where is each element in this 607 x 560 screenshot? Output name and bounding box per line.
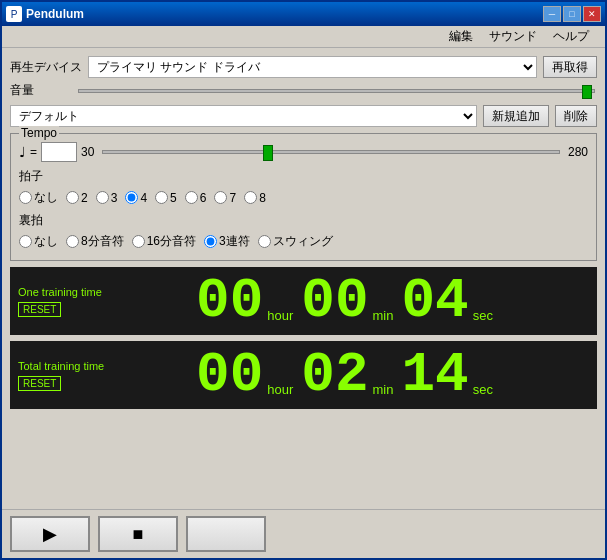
sub-option-nashi[interactable]: なし	[19, 233, 58, 250]
titlebar: P Pendulum ─ □ ✕	[2, 2, 605, 26]
beat-option-3[interactable]: 3	[96, 191, 118, 205]
training2-panel: Total training time RESET 00 hour 02 min…	[10, 341, 597, 409]
training2-seconds: 14	[401, 347, 468, 403]
training2-minutes: 02	[301, 347, 368, 403]
beat-option-6[interactable]: 6	[185, 191, 207, 205]
play-button[interactable]: ▶	[10, 516, 90, 552]
close-button[interactable]: ✕	[583, 6, 601, 22]
tempo-legend: Tempo	[19, 126, 59, 140]
sub-option-triplet[interactable]: 3連符	[204, 233, 250, 250]
sub-option-8th[interactable]: 8分音符	[66, 233, 124, 250]
extra-button[interactable]	[186, 516, 266, 552]
stop-icon: ■	[133, 524, 144, 545]
training2-hours: 00	[196, 347, 263, 403]
training2-hour-unit: hour	[267, 382, 293, 403]
training1-minutes: 00	[301, 273, 368, 329]
note-symbol: ♩	[19, 144, 26, 160]
refresh-button[interactable]: 再取得	[543, 56, 597, 78]
volume-row: 音量	[10, 82, 597, 99]
tempo-max-label: 280	[568, 145, 588, 159]
play-icon: ▶	[43, 523, 57, 545]
training1-reset-button[interactable]: RESET	[18, 302, 61, 317]
device-label: 再生デバイス	[10, 59, 82, 76]
subdivision-section: 裏拍 なし 8分音符 16分音符 3連符	[19, 212, 588, 250]
training2-time-display: 00 hour 02 min 14 sec	[108, 347, 589, 403]
app-icon: P	[6, 6, 22, 22]
maximize-button[interactable]: □	[563, 6, 581, 22]
beat-option-5[interactable]: 5	[155, 191, 177, 205]
profile-dropdown-wrapper: デフォルト	[10, 105, 477, 127]
beat-option-nashi[interactable]: なし	[19, 189, 58, 206]
training2-reset-button[interactable]: RESET	[18, 376, 61, 391]
beat-option-7[interactable]: 7	[214, 191, 236, 205]
menubar: 編集 サウンド ヘルプ	[2, 26, 605, 48]
profile-dropdown[interactable]: デフォルト	[10, 105, 477, 127]
volume-slider-thumb[interactable]	[582, 85, 592, 99]
profile-row: デフォルト 新規追加 削除	[10, 105, 597, 127]
device-dropdown[interactable]: プライマリ サウンド ドライバ	[88, 56, 537, 78]
menu-edit[interactable]: 編集	[441, 26, 481, 47]
minimize-button[interactable]: ─	[543, 6, 561, 22]
tempo-input[interactable]: 60	[41, 142, 77, 162]
device-dropdown-wrapper: プライマリ サウンド ドライバ	[88, 56, 537, 78]
sub-option-16th[interactable]: 16分音符	[132, 233, 196, 250]
subdivision-radio-row: なし 8分音符 16分音符 3連符 スウィング	[19, 233, 588, 250]
stop-button[interactable]: ■	[98, 516, 178, 552]
device-row: 再生デバイス プライマリ サウンド ドライバ 再取得	[10, 56, 597, 78]
main-content: 再生デバイス プライマリ サウンド ドライバ 再取得 音量 デフォルト 新規追加	[2, 48, 605, 509]
volume-label: 音量	[10, 82, 70, 99]
training1-hour-unit: hour	[267, 308, 293, 329]
tempo-slider-thumb[interactable]	[263, 145, 273, 161]
tempo-slider-track[interactable]	[102, 150, 560, 154]
tempo-min-label: 30	[81, 145, 94, 159]
training2-sec-unit: sec	[473, 382, 493, 403]
beat-option-2[interactable]: 2	[66, 191, 88, 205]
beat-label: 拍子	[19, 168, 588, 185]
beat-option-8[interactable]: 8	[244, 191, 266, 205]
add-profile-button[interactable]: 新規追加	[483, 105, 549, 127]
training2-label: Total training time	[18, 360, 104, 372]
beat-option-4[interactable]: 4	[125, 191, 147, 205]
beat-section: 拍子 なし 2 3 4	[19, 168, 588, 206]
training1-sec-unit: sec	[473, 308, 493, 329]
tempo-row: ♩ = 60 30 280	[19, 142, 588, 162]
titlebar-buttons: ─ □ ✕	[543, 6, 601, 22]
tempo-section: ♩ = 60 30 280 拍子 なし	[19, 138, 588, 254]
training1-hours: 00	[196, 273, 263, 329]
window-title: Pendulum	[26, 7, 543, 21]
training1-time-display: 00 hour 00 min 04 sec	[108, 273, 589, 329]
delete-profile-button[interactable]: 削除	[555, 105, 597, 127]
training1-seconds: 04	[401, 273, 468, 329]
training2-min-unit: min	[373, 382, 394, 403]
tempo-groupbox: Tempo ♩ = 60 30 280 拍子	[10, 133, 597, 261]
training1-label: One training time	[18, 286, 102, 298]
menu-help[interactable]: ヘルプ	[545, 26, 597, 47]
volume-slider-track[interactable]	[78, 89, 595, 93]
training1-left: One training time RESET	[18, 286, 108, 317]
subdivision-label: 裏拍	[19, 212, 588, 229]
bottom-controls: ▶ ■	[2, 509, 605, 558]
training1-min-unit: min	[373, 308, 394, 329]
training1-panel: One training time RESET 00 hour 00 min 0…	[10, 267, 597, 335]
equals-sign: =	[30, 145, 37, 159]
beat-radio-row: なし 2 3 4 5	[19, 189, 588, 206]
main-window: P Pendulum ─ □ ✕ 編集 サウンド ヘルプ 再生デバイス プライマ…	[0, 0, 607, 560]
training2-left: Total training time RESET	[18, 360, 108, 391]
menu-sound[interactable]: サウンド	[481, 26, 545, 47]
sub-option-swing[interactable]: スウィング	[258, 233, 333, 250]
